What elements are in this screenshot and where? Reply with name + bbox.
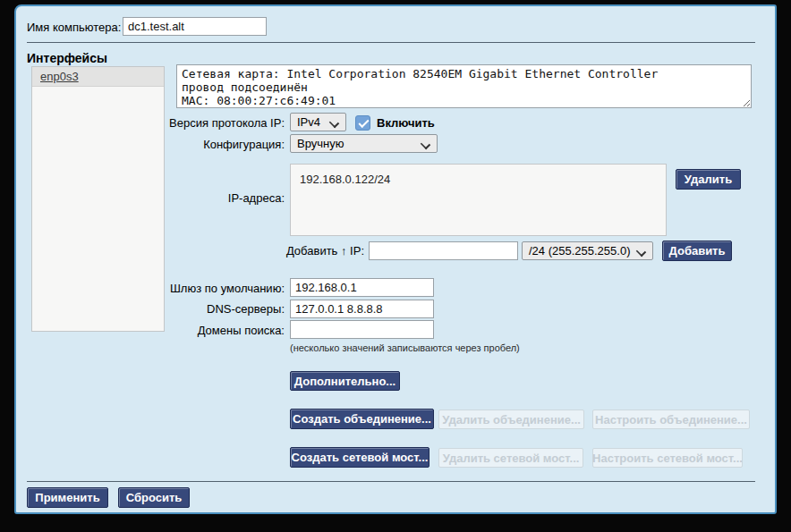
ip-version-label: Версия протокола IP: <box>70 115 285 131</box>
search-domains-input[interactable] <box>290 320 434 339</box>
gateway-label: Шлюз по умолчанию: <box>70 281 285 297</box>
advanced-button[interactable]: Дополнительно... <box>290 371 400 391</box>
reset-button[interactable]: Сбросить <box>118 487 190 508</box>
gateway-input[interactable] <box>290 278 434 297</box>
interfaces-title: Интерфейсы <box>27 50 107 66</box>
configure-bridge-button: Настроить сетевой мост... <box>592 448 743 468</box>
dns-input[interactable] <box>290 300 434 318</box>
enable-checkbox[interactable] <box>355 115 370 131</box>
add-ip-label: Добавить ↑ IP: <box>185 243 364 259</box>
chevron-down-icon <box>329 118 339 128</box>
create-bridge-button[interactable]: Создать сетевой мост... <box>290 447 430 468</box>
network-settings-panel: Имя компьютера: Интерфейсы enp0s3 Сетева… <box>14 4 777 514</box>
chevron-down-icon <box>636 247 646 257</box>
create-bond-button[interactable]: Создать объединение... <box>290 409 434 429</box>
ip-address-list-item[interactable]: 192.168.0.122/24 <box>291 165 666 194</box>
remove-bridge-button: Удалить сетевой мост... <box>438 448 583 468</box>
ip-version-select[interactable]: IPv4 <box>290 113 346 131</box>
apply-button[interactable]: Применить <box>27 487 108 508</box>
ip-address-list[interactable]: 192.168.0.122/24 <box>290 164 667 236</box>
hostname-label: Имя компьютера: <box>27 20 121 36</box>
add-ip-button[interactable]: Добавить <box>662 241 732 261</box>
configure-bond-button: Настроить объединение... <box>592 410 750 429</box>
hostname-input[interactable] <box>123 17 267 36</box>
dns-label: DNS-серверы: <box>70 301 285 317</box>
add-ip-input[interactable] <box>369 241 518 260</box>
remove-bond-button: Удалить объединение... <box>438 410 584 429</box>
bottom-divider <box>27 481 755 482</box>
screenshot-root: { "colors": { "panel_bg": "#d7e9f3", "pa… <box>0 0 791 532</box>
multi-value-hint: (несколько значений записываются через п… <box>290 342 520 353</box>
enable-checkbox-label: Включить <box>377 115 435 131</box>
configuration-label: Конфигурация: <box>70 137 285 153</box>
netmask-select-value: /24 (255.255.255.0) <box>529 244 630 258</box>
checkmark-icon <box>358 117 369 128</box>
search-domains-label: Домены поиска: <box>70 323 285 339</box>
ip-addresses-label: IP-адреса: <box>70 190 285 207</box>
interface-list-item-enp0s3[interactable]: enp0s3 <box>32 67 164 87</box>
chevron-down-icon <box>421 139 430 149</box>
configuration-select[interactable]: Вручную <box>290 134 438 153</box>
ip-version-select-value: IPv4 <box>297 115 320 129</box>
delete-ip-button[interactable]: Удалить <box>676 169 741 190</box>
top-divider <box>27 42 755 43</box>
netmask-select[interactable]: /24 (255.255.255.0) <box>522 241 653 260</box>
configuration-select-value: Вручную <box>297 137 344 150</box>
device-info-textarea[interactable]: Сетевая карта: Intel Corporation 82540EM… <box>176 64 752 108</box>
